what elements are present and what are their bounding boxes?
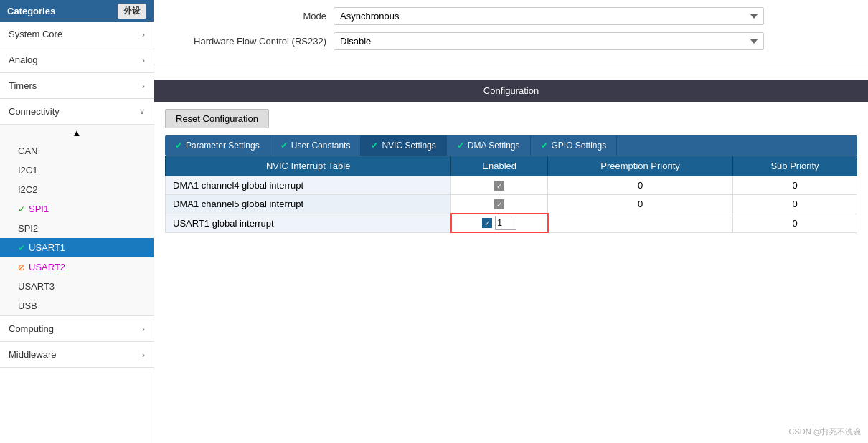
sidebar-item-spi2[interactable]: SPI2 bbox=[0, 219, 154, 238]
config-header: Configuration bbox=[154, 80, 868, 102]
mode-param-row: Mode Asynchronous bbox=[169, 7, 854, 25]
sidebar-item-middleware[interactable]: Middleware › bbox=[0, 342, 154, 368]
reset-config-button[interactable]: Reset Configuration bbox=[165, 109, 269, 128]
sidebar-item-label: Middleware bbox=[9, 349, 56, 360]
config-title: Configuration bbox=[483, 85, 539, 96]
connectivity-sub-items: ▲ CAN I2C1 I2C2 ✓ SPI1 SPI2 ✔ USART1 ⊘ U… bbox=[0, 125, 154, 316]
sidebar-item-label: Analog bbox=[9, 54, 37, 65]
tab-label: DMA Settings bbox=[468, 140, 520, 151]
chevron-right-icon: › bbox=[142, 30, 145, 39]
tab-gpio-settings[interactable]: ✔ GPIO Settings bbox=[531, 135, 618, 156]
preemption-input[interactable] bbox=[495, 216, 516, 230]
hw-flow-label: Hardware Flow Control (RS232) bbox=[169, 36, 326, 47]
interrupt-name: DMA1 channel4 global interrupt bbox=[166, 176, 451, 195]
tab-check-icon: ✔ bbox=[541, 140, 548, 151]
sidebar-item-computing[interactable]: Computing › bbox=[0, 316, 154, 342]
usart3-label: USART3 bbox=[18, 281, 55, 292]
checkbox-checked-icon[interactable]: ✓ bbox=[482, 218, 492, 228]
hw-flow-param-row: Hardware Flow Control (RS232) Disable bbox=[169, 32, 854, 50]
sidebar-item-usart3[interactable]: USART3 bbox=[0, 277, 154, 296]
tab-label: GPIO Settings bbox=[552, 140, 607, 151]
tab-label: Parameter Settings bbox=[186, 140, 260, 151]
mode-label: Mode bbox=[169, 11, 326, 22]
sidebar-item-analog[interactable]: Analog › bbox=[0, 47, 154, 73]
nvic-table: NVIC Interrupt Table Enabled Preemption … bbox=[165, 156, 857, 233]
checkbox-checked-icon[interactable]: ✓ bbox=[494, 199, 504, 209]
usb-label: USB bbox=[18, 300, 37, 311]
config-body: Reset Configuration ✔ Parameter Settings… bbox=[154, 102, 868, 443]
preemption-cell bbox=[548, 214, 733, 232]
check-circle-icon: ✔ bbox=[18, 243, 25, 253]
sidebar-item-usart1[interactable]: ✔ USART1 bbox=[0, 238, 154, 257]
tab-check-icon: ✔ bbox=[175, 140, 182, 151]
spi2-label: SPI2 bbox=[18, 223, 38, 234]
sidebar: Categories 外设 System Core › Analog › Tim… bbox=[0, 0, 154, 443]
arrow-up-icon: ▲ bbox=[72, 128, 82, 138]
sidebar-header: Categories 外设 bbox=[0, 0, 154, 22]
sidebar-item-connectivity[interactable]: Connectivity ∨ bbox=[0, 99, 154, 125]
tab-user-constants[interactable]: ✔ User Constants bbox=[270, 135, 362, 156]
enabled-cell: ✓ bbox=[451, 176, 548, 195]
i2c2-label: I2C2 bbox=[18, 184, 37, 195]
tab-check-icon: ✔ bbox=[280, 140, 288, 151]
tab-check-icon: ✔ bbox=[457, 140, 464, 151]
tab-dma-settings[interactable]: ✔ DMA Settings bbox=[447, 135, 531, 156]
chevron-right-icon: › bbox=[142, 351, 145, 359]
table-row: DMA1 channel4 global interrupt ✓ 0 0 bbox=[166, 176, 857, 195]
interrupt-name: USART1 global interrupt bbox=[166, 214, 451, 232]
sidebar-item-label: System Core bbox=[9, 29, 62, 39]
table-row: DMA1 channel5 global interrupt ✓ 0 0 bbox=[166, 195, 857, 214]
hw-flow-select[interactable]: Disable bbox=[334, 32, 764, 50]
chevron-right-icon: › bbox=[142, 56, 145, 65]
scroll-up-indicator[interactable]: ▲ bbox=[0, 125, 154, 141]
enabled-cell: ✓ bbox=[451, 195, 548, 214]
tab-nvic-settings[interactable]: ✔ NVIC Settings bbox=[361, 135, 446, 156]
sidebar-item-i2c2[interactable]: I2C2 bbox=[0, 180, 154, 199]
mode-select[interactable]: Asynchronous bbox=[334, 7, 764, 25]
sidebar-item-usart2[interactable]: ⊘ USART2 bbox=[0, 257, 154, 277]
tab-check-icon: ✔ bbox=[371, 140, 378, 151]
sidebar-item-label: Timers bbox=[9, 80, 37, 91]
sidebar-item-label: Connectivity bbox=[9, 106, 60, 117]
spi1-label: SPI1 bbox=[29, 204, 49, 214]
chevron-right-icon: › bbox=[142, 325, 145, 333]
tab-label: User Constants bbox=[291, 140, 351, 151]
table-row-editing: USART1 global interrupt ✓ 0 bbox=[166, 214, 857, 232]
usart2-label: USART2 bbox=[29, 262, 65, 272]
usart1-label: USART1 bbox=[29, 242, 65, 253]
spacer bbox=[154, 65, 868, 80]
col-sub-priority: Sub Priority bbox=[733, 156, 857, 176]
sidebar-tab-active[interactable]: 外设 bbox=[118, 4, 146, 19]
chevron-right-icon: › bbox=[142, 82, 145, 90]
tabs-bar: ✔ Parameter Settings ✔ User Constants ✔ … bbox=[165, 135, 857, 156]
sidebar-item-can[interactable]: CAN bbox=[0, 141, 154, 161]
tab-parameter-settings[interactable]: ✔ Parameter Settings bbox=[165, 135, 270, 156]
preemption-cell: 0 bbox=[548, 176, 733, 195]
sidebar-item-i2c1[interactable]: I2C1 bbox=[0, 161, 154, 180]
check-icon: ✓ bbox=[18, 204, 25, 214]
sidebar-item-label: Computing bbox=[9, 323, 54, 334]
editing-cell-inner: ✓ bbox=[453, 216, 546, 230]
error-circle-icon: ⊘ bbox=[18, 262, 25, 272]
i2c1-label: I2C1 bbox=[18, 165, 37, 176]
sidebar-categories-label: Categories bbox=[7, 6, 55, 16]
main-content: Mode Asynchronous Hardware Flow Control … bbox=[154, 0, 868, 443]
sub-priority-cell: 0 bbox=[733, 176, 857, 195]
sub-priority-cell: 0 bbox=[733, 195, 857, 214]
enabled-cell-editing[interactable]: ✓ bbox=[451, 214, 548, 232]
sidebar-item-system-core[interactable]: System Core › bbox=[0, 22, 154, 47]
can-label: CAN bbox=[18, 146, 37, 156]
interrupt-name: DMA1 channel5 global interrupt bbox=[166, 195, 451, 214]
checkbox-checked-icon[interactable]: ✓ bbox=[494, 181, 504, 191]
sidebar-item-timers[interactable]: Timers › bbox=[0, 73, 154, 99]
sidebar-item-spi1[interactable]: ✓ SPI1 bbox=[0, 199, 154, 219]
sidebar-item-usb[interactable]: USB bbox=[0, 296, 154, 315]
tab-label: NVIC Settings bbox=[382, 140, 435, 151]
sub-priority-cell: 0 bbox=[733, 214, 857, 232]
col-enabled: Enabled bbox=[451, 156, 548, 176]
col-interrupt-name: NVIC Interrupt Table bbox=[166, 156, 451, 176]
chevron-down-icon: ∨ bbox=[139, 107, 145, 116]
col-preemption: Preemption Priority bbox=[548, 156, 733, 176]
parameter-area: Mode Asynchronous Hardware Flow Control … bbox=[154, 0, 868, 65]
watermark: CSDN @打死不洗碗 bbox=[789, 427, 861, 437]
